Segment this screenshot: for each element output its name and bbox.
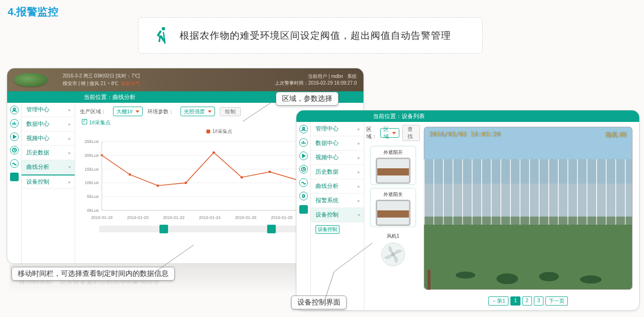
svg-text:10kLux: 10kLux bbox=[84, 181, 99, 186]
checkbox-icon bbox=[82, 119, 87, 124]
sidebar-item-history[interactable]: 历史数据▸ bbox=[311, 165, 364, 179]
pager-page-1[interactable]: 1 bbox=[510, 296, 520, 306]
chevron-icon: ▾ bbox=[68, 164, 71, 170]
svg-point-26 bbox=[184, 182, 187, 184]
svg-text:2016-01-26: 2016-01-26 bbox=[235, 215, 257, 220]
camera-feed[interactable]: 2016/03/02 16:03:20 枪机 85 bbox=[424, 127, 633, 290]
sidebar-item-curve[interactable]: 曲线分析▾ bbox=[22, 160, 75, 175]
chevron-icon: ▸ bbox=[68, 179, 71, 185]
chevron-icon: ▸ bbox=[68, 136, 71, 141]
app-header-a: 2016-3-2 周三 03时02日 [实时：7℃] 檀安市 | 晴 | 微风 … bbox=[7, 68, 363, 91]
svg-point-29 bbox=[269, 171, 271, 173]
callout-device-ui: 设备控制界面 bbox=[291, 295, 347, 309]
chevron-icon: ▸ bbox=[68, 107, 71, 112]
chevron-icon: ▸ bbox=[68, 150, 71, 155]
header-right-block: 当前用户 | mdbn 系统 上次警事时间：2016-02-29 16:09:2… bbox=[275, 73, 357, 87]
find-button[interactable]: 查找 bbox=[402, 125, 420, 141]
rail-icon-active[interactable] bbox=[10, 173, 19, 181]
camera-label: 枪机 85 bbox=[606, 131, 627, 139]
description-text: 根据农作物的难受环境区间设定阀值，超出阀值自动告警管理 bbox=[180, 29, 451, 42]
rail-icon-bars[interactable] bbox=[10, 119, 19, 128]
svg-point-24 bbox=[129, 174, 131, 176]
rail-icon-active[interactable] bbox=[299, 205, 308, 214]
svg-point-38 bbox=[391, 252, 395, 257]
svg-point-1 bbox=[13, 108, 15, 110]
pager-next[interactable]: 下一页 bbox=[545, 296, 568, 306]
hvac-unit-icon bbox=[376, 200, 410, 226]
rail-icon-play[interactable] bbox=[299, 152, 308, 160]
rail-icon-bell[interactable] bbox=[299, 192, 308, 200]
param-dropdown[interactable]: 光照强度 bbox=[181, 107, 215, 116]
draw-button[interactable]: 绘制 bbox=[220, 107, 241, 116]
pager-page-2[interactable]: 2 bbox=[522, 296, 532, 306]
panel-device-control: 当前位置：设备列表 管理中心▸ 数据中心▸ 视频中心▸ 历史数据▸ 曲线分析▸ … bbox=[296, 110, 640, 311]
chevron-icon: ▾ bbox=[358, 212, 360, 218]
logo-leaf-icon bbox=[14, 73, 47, 87]
rail-icon-clock[interactable] bbox=[299, 165, 308, 174]
header-area: 檀安市 | 晴 | 微风 21 ~ 8℃ bbox=[63, 81, 118, 86]
section-title: 4.报警监控 bbox=[8, 5, 58, 19]
dropdown-caret-icon bbox=[392, 132, 396, 134]
sidebar-item-data[interactable]: 数据中心▸ bbox=[22, 117, 75, 131]
rail-icon-user[interactable] bbox=[299, 125, 308, 133]
header-center-block: 2016-3-2 周三 03时02日 [实时：7℃] 檀安市 | 晴 | 微风 … bbox=[63, 73, 140, 87]
sidebar-item-alarm[interactable]: 报警系统▸ bbox=[311, 194, 364, 208]
icon-rail-b bbox=[296, 122, 311, 310]
sidebar-item-video[interactable]: 视频中心▸ bbox=[22, 131, 75, 146]
device-card-fan1[interactable]: 风机1 bbox=[370, 230, 416, 268]
svg-text:2016-01-20: 2016-01-20 bbox=[127, 215, 148, 220]
sidebar-item-video[interactable]: 视频中心▸ bbox=[311, 151, 364, 165]
current-user: 当前用户 | mdbn bbox=[308, 74, 343, 79]
camera-timestamp: 2016/03/02 16:03:20 bbox=[429, 131, 501, 138]
rail-icon-wave[interactable] bbox=[299, 178, 308, 187]
device-card-shade-open[interactable]: 外遮阳开 bbox=[370, 146, 416, 185]
chevron-icon: ▸ bbox=[358, 184, 360, 189]
sidebar-item-manage[interactable]: 管理中心▸ bbox=[311, 122, 364, 136]
region-dropdown[interactable]: 大棚1# bbox=[113, 107, 143, 116]
sidebar-item-history[interactable]: 历史数据▸ bbox=[22, 146, 75, 160]
svg-point-0 bbox=[162, 27, 165, 31]
sidebar-item-device[interactable]: 设备控制▸ bbox=[22, 175, 75, 189]
callout-region-params: 区域，参数选择 bbox=[276, 92, 339, 106]
sidebar-a: 管理中心▸ 数据中心▸ 视频中心▸ 历史数据▸ 曲线分析▾ 设备控制▸ bbox=[22, 103, 75, 263]
region-label: 生产区域： bbox=[80, 108, 106, 115]
pager-page-3[interactable]: 3 bbox=[534, 296, 543, 306]
description-box: 根据农作物的难受环境区间设定阀值，超出阀值自动告警管理 bbox=[138, 17, 483, 54]
hvac-unit-icon bbox=[376, 158, 410, 184]
sidebar-item-manage[interactable]: 管理中心▸ bbox=[22, 103, 75, 117]
svg-text:25kLux: 25kLux bbox=[84, 139, 99, 144]
region-dropdown-b[interactable]: 区域 bbox=[380, 128, 399, 138]
slider-handle-right[interactable] bbox=[267, 225, 276, 233]
system-link[interactable]: 系统 bbox=[347, 74, 357, 79]
chevron-icon: ▸ bbox=[358, 198, 360, 203]
device-card-shade-close[interactable]: 外遮阳关 bbox=[370, 188, 416, 227]
device-sub-link[interactable]: 设备控制 bbox=[316, 225, 339, 234]
dropdown-caret-icon bbox=[208, 110, 212, 113]
svg-point-27 bbox=[213, 152, 215, 154]
svg-point-28 bbox=[240, 176, 243, 178]
last-alarm-time: 上次警事时间：2016-02-29 16:09:27.0 bbox=[275, 80, 357, 87]
pager-first[interactable]: ←第1 bbox=[488, 296, 508, 306]
rail-icon-user[interactable] bbox=[10, 106, 19, 114]
chevron-icon: ▸ bbox=[358, 126, 360, 131]
dropdown-caret-icon bbox=[136, 110, 139, 113]
chevron-icon: ▸ bbox=[358, 155, 360, 160]
rail-icon-play[interactable] bbox=[10, 132, 19, 141]
header-date: 2016-3-2 周三 03时02日 [实时：7℃] bbox=[63, 73, 140, 79]
svg-point-25 bbox=[157, 185, 159, 187]
refresh-weather-link[interactable]: 刷新天气 bbox=[121, 81, 140, 86]
slider-handle-left[interactable] bbox=[159, 225, 168, 233]
legend-swatch-icon bbox=[206, 130, 210, 133]
svg-point-35 bbox=[303, 127, 305, 129]
sidebar-item-curve[interactable]: 曲线分析▸ bbox=[311, 179, 364, 194]
icon-rail-a bbox=[7, 103, 22, 263]
rail-icon-bars[interactable] bbox=[299, 138, 308, 147]
rail-icon-wave[interactable] bbox=[10, 159, 19, 168]
rail-icon-clock[interactable] bbox=[10, 146, 19, 154]
callout-timebar: 移动时间栏，可选择查看制定时间内的数据信息 bbox=[11, 267, 175, 281]
sidebar-item-device[interactable]: 设备控制▾ bbox=[311, 208, 364, 222]
chevron-icon: ▸ bbox=[358, 141, 360, 146]
hiker-icon bbox=[151, 25, 171, 45]
svg-text:2016-01-24: 2016-01-24 bbox=[199, 215, 221, 220]
sidebar-item-data[interactable]: 数据中心▸ bbox=[311, 136, 364, 151]
